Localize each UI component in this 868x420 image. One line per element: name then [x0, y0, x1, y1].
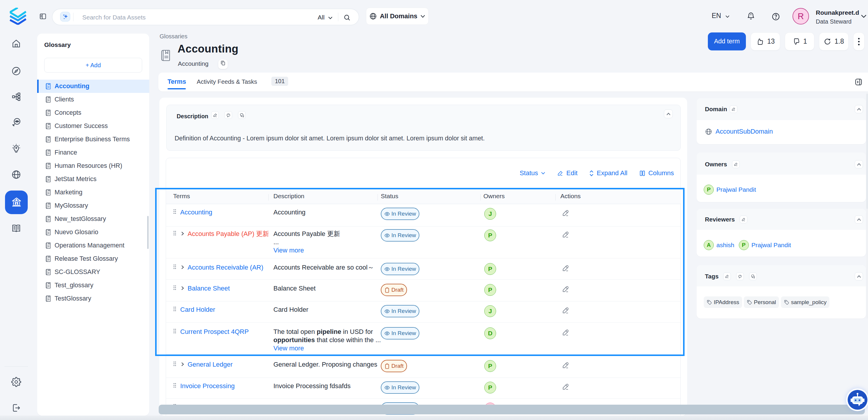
svg-text:?: ? — [739, 275, 741, 277]
svg-text:?: ? — [228, 114, 229, 116]
